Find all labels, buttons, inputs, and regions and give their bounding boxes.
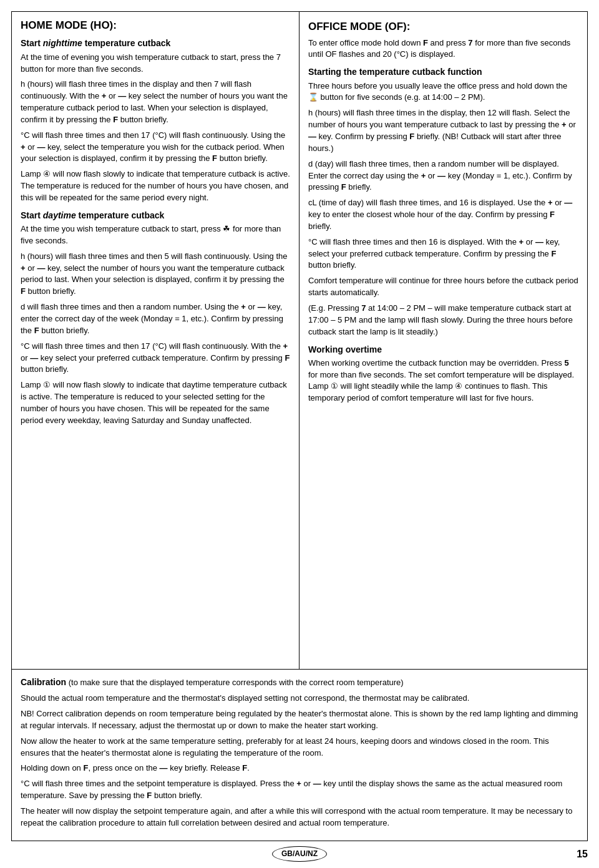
daytime-p2: d will flash three times and then a rand… (21, 301, 290, 337)
starting-heading: Starting the temperature cutback functio… (308, 66, 578, 78)
daytime-heading: Start daytime temperature cutback (21, 209, 290, 222)
nighttime-heading: Start nighttime temperature cutback (21, 37, 290, 49)
daytime-p1: h (hours) will flash three times and the… (21, 251, 290, 298)
calibration-p4: Holding down on F, press once on the — k… (21, 763, 578, 774)
daytime-p4: Lamp ① will now flash slowly to indicate… (21, 379, 290, 426)
calibration-heading-rest: (to make sure that the displayed tempera… (69, 678, 404, 687)
footer-badge: GB/AU/NZ (272, 846, 327, 862)
starting-p7: (E.g. Pressing 7 at 14:00 – 2 PM – will … (308, 303, 578, 338)
daytime-intro: At the time you wish temperature cutback… (21, 223, 290, 247)
calibration-p5: °C will flash three times and the setpoi… (21, 778, 578, 802)
calibration-section: Calibration (to make sure that the displ… (11, 670, 588, 841)
nighttime-p3: Lamp ④ will now flash slowly to indicate… (21, 168, 290, 204)
calibration-p1: Should the actual room temperature and t… (21, 693, 578, 705)
nighttime-p2: °C will flash three times and then 17 (°… (21, 130, 290, 165)
calibration-title: Calibration (21, 677, 66, 687)
calibration-heading-line: Calibration (to make sure that the displ… (21, 676, 578, 689)
starting-p3: d (day) will flash three times, then a r… (308, 158, 578, 194)
starting-p2: h (hours) will flash three times in the … (308, 107, 578, 154)
home-mode-title: HOME MODE (HO): (21, 19, 290, 32)
daytime-p3: °C will flash three times and then 17 (°… (21, 341, 290, 376)
overtime-p1: When working overtime the cutback functi… (308, 358, 578, 404)
right-column: OFFICE MODE (OF): To enter office mode h… (300, 12, 587, 669)
office-mode-title: OFFICE MODE (OF): (308, 19, 578, 35)
calibration-p2: NB! Correct calibration depends on room … (21, 708, 578, 732)
starting-p4: cL (time of day) will flash three times,… (308, 197, 578, 233)
page-wrapper: HOME MODE (HO): Start nighttime temperat… (0, 0, 599, 868)
left-column: HOME MODE (HO): Start nighttime temperat… (12, 12, 300, 669)
top-columns: HOME MODE (HO): Start nighttime temperat… (11, 11, 588, 670)
overtime-heading: Working overtime (308, 343, 578, 356)
office-intro: To enter office mode hold down F and pre… (308, 37, 578, 61)
calibration-p3: Now allow the heater to work at the same… (21, 736, 578, 759)
footer: GB/AU/NZ 15 (11, 846, 588, 862)
calibration-p6: The heater will now display the setpoint… (21, 806, 578, 829)
nighttime-intro: At the time of evening you wish temperat… (21, 52, 290, 76)
starting-p6: Comfort temperature will continue for th… (308, 275, 578, 299)
nighttime-p1: h (hours) will flash three times in the … (21, 79, 290, 125)
footer-badge-text: GB/AU/NZ (272, 846, 327, 862)
starting-p1: Three hours before you usually leave the… (308, 80, 578, 104)
page-number: 15 (577, 847, 588, 861)
starting-p5: °C will flash three times and then 16 is… (308, 237, 578, 272)
